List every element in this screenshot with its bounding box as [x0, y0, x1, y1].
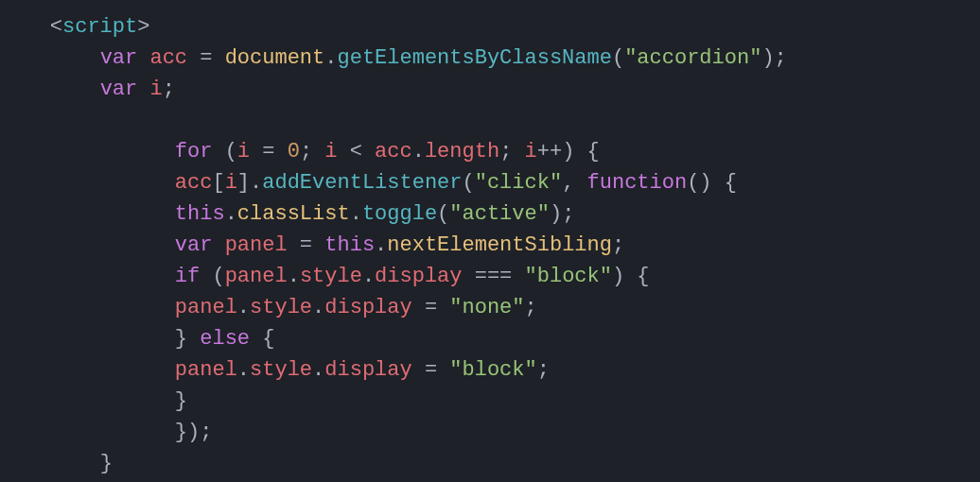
token-punct: .	[312, 296, 324, 319]
token-ident: i	[225, 171, 237, 195]
token-punct: <	[337, 140, 375, 164]
token-punct: .	[312, 358, 324, 382]
token-punct	[137, 46, 149, 70]
token-str: "none"	[449, 296, 524, 319]
token-punct: ;	[300, 140, 324, 164]
token-punct: .	[350, 202, 362, 226]
token-punct: (	[463, 171, 475, 195]
token-ident: acc	[149, 46, 187, 70]
token-punct: =	[187, 46, 225, 70]
token-num: 0	[288, 140, 300, 164]
token-kw: var	[175, 233, 213, 257]
token-obj: document	[225, 46, 325, 70]
token-ident: i	[237, 140, 250, 164]
token-punct: <	[50, 15, 62, 39]
token-ident: panel	[225, 233, 288, 257]
token-punct	[137, 77, 149, 101]
code-line: });	[0, 421, 212, 444]
token-ident: i	[525, 140, 537, 164]
token-punct: =	[412, 296, 450, 319]
code-line: <script>	[0, 15, 149, 39]
token-ident: panel	[175, 296, 237, 319]
token-punct: =	[412, 358, 450, 382]
token-punct: [	[212, 171, 224, 195]
token-tag: script	[62, 15, 137, 39]
token-punct: }	[175, 327, 200, 351]
token-kw: else	[200, 327, 250, 351]
token-ident: display	[324, 358, 411, 382]
code-line: panel.style.display = "none";	[0, 296, 537, 319]
token-fn: getElementsByClassName	[337, 46, 611, 70]
token-ident: panel	[225, 265, 288, 288]
code-line: }	[0, 452, 113, 475]
token-punct: ;	[537, 358, 550, 382]
token-punct: .	[237, 358, 250, 382]
token-punct: =	[250, 140, 288, 164]
token-kw: if	[175, 265, 200, 288]
token-punct: {	[250, 327, 274, 351]
code-line: panel.style.display = "block";	[0, 358, 550, 382]
token-punct: });	[175, 421, 213, 444]
token-kw: this	[324, 233, 375, 257]
token-punct: }	[100, 452, 113, 475]
token-punct: );	[761, 46, 786, 70]
token-punct: );	[550, 202, 574, 226]
token-kw: var	[100, 77, 138, 101]
token-str: "active"	[449, 202, 550, 226]
token-punct: ) {	[612, 265, 650, 288]
token-ident: style	[250, 358, 312, 382]
token-punct: .	[288, 265, 300, 288]
token-punct: .	[375, 233, 387, 257]
token-kw: for	[175, 140, 213, 164]
code-line: var panel = this.nextElementSibling;	[0, 233, 624, 257]
token-obj: nextElementSibling	[387, 233, 612, 257]
token-punct	[212, 233, 224, 257]
token-punct: ===	[463, 265, 525, 288]
token-punct: () {	[687, 171, 737, 195]
code-block: <script> var acc = document.getElementsB…	[0, 0, 980, 482]
token-punct: ,	[562, 171, 586, 195]
token-ident: i	[324, 140, 337, 164]
token-punct: ;	[612, 233, 624, 257]
token-punct: (	[212, 140, 236, 164]
code-line: this.classList.toggle("active");	[0, 202, 574, 226]
token-ident: panel	[175, 358, 237, 382]
token-punct: ;	[525, 296, 537, 319]
code-line: if (panel.style.display === "block") {	[0, 265, 650, 288]
token-fn: addEventListener	[262, 171, 462, 195]
token-fn: toggle	[362, 202, 437, 226]
token-punct: }	[175, 389, 187, 413]
token-punct: .	[237, 296, 250, 319]
token-punct: >	[137, 15, 149, 39]
code-line: var acc = document.getElementsByClassNam…	[0, 46, 787, 70]
token-obj: classList	[237, 202, 350, 226]
token-punct: .	[412, 140, 425, 164]
code-line: var i;	[0, 77, 175, 101]
token-str: "click"	[475, 171, 562, 195]
token-punct: (	[200, 265, 224, 288]
token-ident: i	[149, 77, 162, 101]
token-punct: (	[437, 202, 449, 226]
code-line: for (i = 0; i < acc.length; i++) {	[0, 140, 600, 164]
code-line: acc[i].addEventListener("click", functio…	[0, 171, 737, 195]
token-ident: style	[250, 296, 312, 319]
token-str: "block"	[449, 358, 536, 382]
token-ident: acc	[375, 140, 412, 164]
token-kw: var	[100, 46, 138, 70]
token-punct: .	[225, 202, 237, 226]
token-punct: .	[362, 265, 375, 288]
token-ident: display	[324, 296, 411, 319]
token-punct: .	[324, 46, 337, 70]
token-punct: (	[612, 46, 624, 70]
code-line: }	[0, 389, 187, 413]
token-kw: this	[175, 202, 225, 226]
token-str: "accordion"	[624, 46, 761, 70]
token-punct: ].	[237, 171, 262, 195]
token-str: "block"	[525, 265, 612, 288]
token-ident: display	[375, 265, 462, 288]
token-punct: ++) {	[537, 140, 600, 164]
token-ident: acc	[175, 171, 213, 195]
token-punct: =	[288, 233, 325, 257]
token-punct: ;	[163, 77, 175, 101]
token-ident: length	[425, 140, 499, 164]
